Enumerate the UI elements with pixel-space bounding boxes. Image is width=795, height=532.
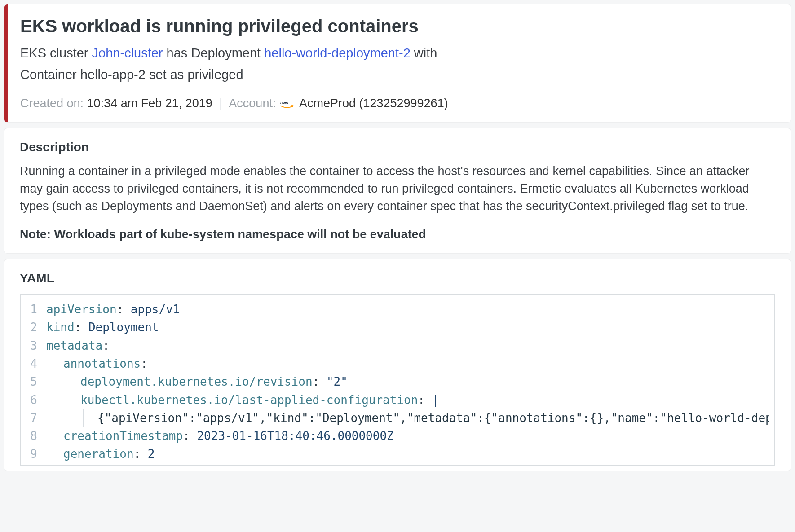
line-number: 1: [26, 300, 46, 318]
code-line: 6kubectl.kubernetes.io/last-applied-conf…: [26, 391, 769, 409]
code-line: 1apiVersion: apps/v1: [26, 300, 769, 318]
line-number: 7: [26, 409, 46, 427]
subtitle-text-suffix: with: [411, 46, 437, 60]
code-line: 5deployment.kubernetes.io/revision: "2": [26, 373, 769, 391]
created-on-label: Created on:: [20, 97, 87, 110]
description-heading: Description: [20, 140, 775, 154]
code-line: 7{"apiVersion":"apps/v1","kind":"Deploym…: [26, 409, 769, 427]
line-number: 6: [26, 391, 46, 409]
code-content: apiVersion: apps/v1: [46, 300, 769, 318]
code-content: kubectl.kubernetes.io/last-applied-confi…: [46, 391, 769, 409]
finding-title: EKS workload is running privileged conta…: [20, 16, 775, 36]
subtitle-line2: Container hello-app-2 set as privileged: [20, 67, 243, 82]
aws-icon: aws: [280, 98, 294, 108]
account-value: AcmeProd (123252999261): [299, 97, 448, 110]
code-line: 9generation: 2: [26, 445, 769, 463]
finding-meta-row: Created on: 10:34 am Feb 21, 2019 | Acco…: [20, 97, 775, 110]
svg-text:aws: aws: [280, 101, 288, 105]
code-line: 2kind: Deployment: [26, 318, 769, 336]
deployment-link[interactable]: hello-world-deployment-2: [264, 46, 411, 60]
line-number: 4: [26, 355, 46, 373]
subtitle-text-prefix: EKS cluster: [20, 46, 92, 60]
finding-subtitle: EKS cluster John-cluster has Deployment …: [20, 43, 775, 86]
cluster-link[interactable]: John-cluster: [92, 46, 163, 60]
code-content: annotations:: [46, 355, 769, 373]
code-content: deployment.kubernetes.io/revision: "2": [46, 373, 769, 391]
line-number: 2: [26, 318, 46, 336]
subtitle-text-mid: has Deployment: [163, 46, 265, 60]
code-content: metadata:: [46, 337, 769, 355]
code-content: generation: 2: [46, 445, 769, 463]
line-number: 8: [26, 427, 46, 445]
yaml-code-block[interactable]: 1apiVersion: apps/v12kind: Deployment3me…: [20, 294, 775, 466]
line-number: 3: [26, 337, 46, 355]
account-label: Account:: [229, 97, 279, 110]
created-on-value: 10:34 am Feb 21, 2019: [87, 97, 212, 110]
code-line: 8creationTimestamp: 2023-01-16T18:40:46.…: [26, 427, 769, 445]
line-number: 5: [26, 373, 46, 391]
finding-header-card: EKS workload is running privileged conta…: [4, 4, 791, 122]
code-content: kind: Deployment: [46, 318, 769, 336]
description-card: Description Running a container in a pri…: [4, 128, 791, 253]
description-body: Running a container in a privileged mode…: [20, 163, 775, 215]
yaml-card: YAML 1apiVersion: apps/v12kind: Deployme…: [4, 259, 791, 471]
code-line: 4annotations:: [26, 355, 769, 373]
code-content: creationTimestamp: 2023-01-16T18:40:46.0…: [46, 427, 769, 445]
code-content: {"apiVersion":"apps/v1","kind":"Deployme…: [46, 409, 769, 427]
yaml-heading: YAML: [20, 271, 775, 286]
meta-divider: |: [219, 97, 222, 110]
line-number: 9: [26, 445, 46, 463]
code-line: 3metadata:: [26, 337, 769, 355]
description-note: Note: Workloads part of kube-system name…: [20, 228, 775, 242]
